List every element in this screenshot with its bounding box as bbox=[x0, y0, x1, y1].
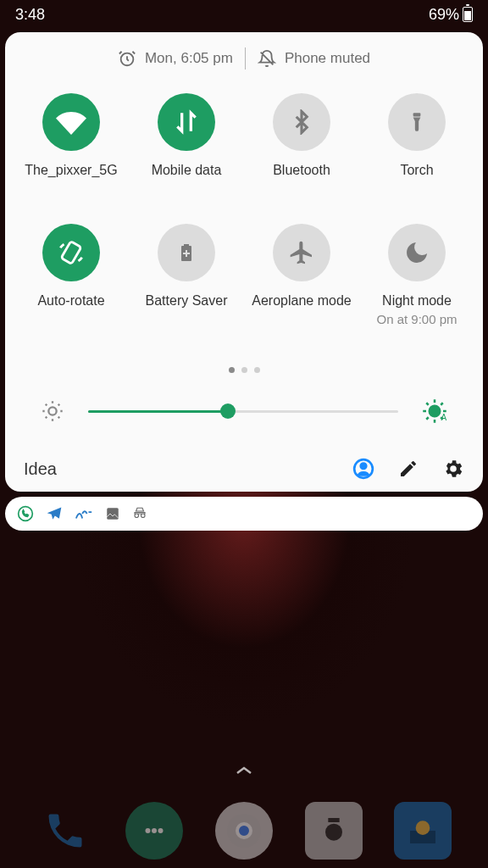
app-icon bbox=[75, 507, 93, 520]
battery-saver-tile[interactable]: Battery Saver bbox=[129, 224, 244, 326]
mute-text: Phone muted bbox=[285, 50, 370, 67]
svg-point-12 bbox=[158, 828, 164, 833]
torch-tile[interactable]: Torch bbox=[359, 93, 474, 178]
battery-percent: 69% bbox=[429, 6, 459, 24]
status-bar: 3:48 69% bbox=[0, 0, 488, 29]
data-arrows-icon bbox=[173, 108, 200, 136]
qs-header: Mon, 6:05 pm Phone muted bbox=[5, 47, 483, 70]
quick-settings-panel: Mon, 6:05 pm Phone muted The_pixxer_5G M… bbox=[5, 32, 483, 492]
svg-point-10 bbox=[146, 828, 151, 833]
svg-point-8 bbox=[19, 507, 33, 521]
tile-label: The_pixxer_5G bbox=[25, 163, 117, 178]
bluetooth-icon bbox=[289, 109, 314, 135]
whatsapp-icon bbox=[17, 505, 34, 522]
aeroplane-mode-tile[interactable]: Aeroplane mode bbox=[244, 224, 359, 326]
telegram-icon bbox=[46, 505, 63, 522]
mute-info[interactable]: Phone muted bbox=[258, 49, 370, 68]
tile-label: Mobile data bbox=[152, 163, 222, 178]
image-icon bbox=[105, 506, 120, 521]
messages-app[interactable] bbox=[125, 802, 183, 860]
gear-icon[interactable] bbox=[442, 458, 464, 480]
svg-point-19 bbox=[416, 821, 430, 835]
airplane-icon bbox=[288, 239, 315, 266]
slider-thumb[interactable] bbox=[220, 403, 236, 419]
svg-point-16 bbox=[325, 824, 342, 841]
moon-icon bbox=[403, 239, 430, 266]
auto-rotate-tile[interactable]: Auto-rotate bbox=[14, 224, 129, 326]
bell-mute-icon bbox=[258, 49, 276, 68]
page-indicator bbox=[5, 367, 483, 373]
svg-point-11 bbox=[152, 828, 157, 833]
qs-footer: Idea bbox=[5, 458, 483, 480]
user-icon[interactable] bbox=[352, 458, 374, 480]
qs-tiles: The_pixxer_5G Mobile data Bluetooth Torc… bbox=[5, 93, 483, 326]
tile-label: Torch bbox=[400, 163, 433, 178]
notification-bar[interactable] bbox=[5, 497, 483, 531]
page-dot bbox=[229, 367, 235, 373]
slider-fill bbox=[88, 410, 228, 413]
svg-text:A: A bbox=[441, 413, 447, 422]
svg-point-7 bbox=[361, 464, 367, 470]
status-time: 3:48 bbox=[15, 6, 45, 24]
phone-app[interactable] bbox=[36, 802, 94, 860]
chrome-app[interactable] bbox=[215, 802, 273, 860]
gallery-app[interactable] bbox=[394, 802, 452, 860]
tile-label: Auto-rotate bbox=[37, 293, 104, 309]
alarm-icon bbox=[118, 49, 136, 68]
alarm-info[interactable]: Mon, 6:05 pm bbox=[118, 49, 233, 68]
alarm-text: Mon, 6:05 pm bbox=[145, 50, 233, 67]
wifi-icon bbox=[56, 107, 86, 137]
tile-label: Bluetooth bbox=[273, 163, 330, 178]
night-mode-tile[interactable]: Night mode On at 9:00 pm bbox=[359, 224, 474, 326]
svg-rect-9 bbox=[107, 508, 119, 520]
page-dot bbox=[254, 367, 260, 373]
mobile-data-tile[interactable]: Mobile data bbox=[129, 93, 244, 178]
app-drawer-arrow[interactable] bbox=[234, 765, 254, 776]
dock bbox=[0, 802, 488, 860]
incognito-icon bbox=[132, 506, 147, 521]
torch-icon bbox=[406, 108, 428, 136]
page-dot bbox=[241, 367, 247, 373]
svg-rect-1 bbox=[413, 113, 421, 116]
tile-label: Aeroplane mode bbox=[252, 293, 351, 309]
svg-rect-17 bbox=[328, 818, 339, 822]
brightness-low-icon bbox=[41, 399, 64, 423]
carrier-label[interactable]: Idea bbox=[24, 459, 352, 479]
wifi-tile[interactable]: The_pixxer_5G bbox=[14, 93, 129, 178]
svg-point-3 bbox=[48, 407, 56, 415]
brightness-row: A bbox=[5, 398, 483, 424]
tile-label: Battery Saver bbox=[146, 293, 228, 309]
tile-sub: On at 9:00 pm bbox=[376, 312, 457, 326]
brightness-slider[interactable] bbox=[88, 410, 398, 413]
svg-point-4 bbox=[430, 406, 441, 417]
edit-icon[interactable] bbox=[398, 459, 419, 479]
rotate-icon bbox=[57, 238, 86, 267]
bluetooth-tile[interactable]: Bluetooth bbox=[244, 93, 359, 178]
battery-saver-icon bbox=[176, 239, 197, 266]
header-divider bbox=[245, 47, 246, 70]
battery-icon bbox=[463, 7, 473, 22]
camera-app[interactable] bbox=[305, 802, 363, 860]
brightness-auto-icon[interactable]: A bbox=[422, 398, 447, 424]
tile-label: Night mode bbox=[382, 293, 452, 309]
